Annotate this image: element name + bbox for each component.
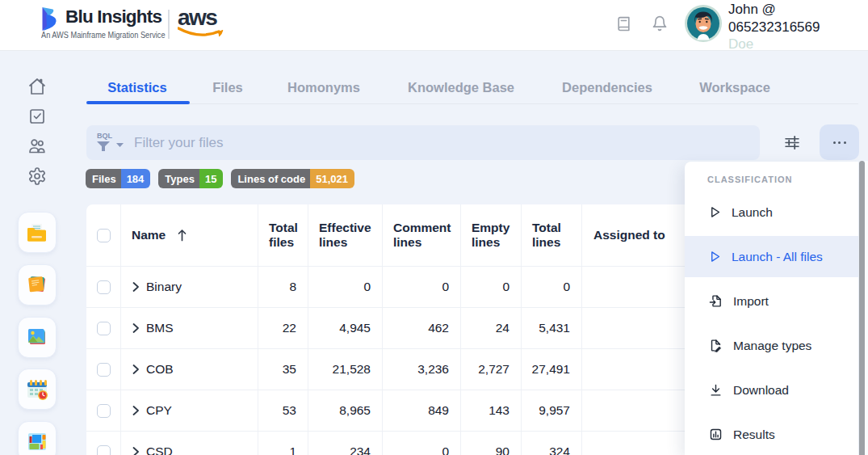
svg-text:aws: aws [178,7,217,30]
svg-text:BQL: BQL [97,132,113,140]
